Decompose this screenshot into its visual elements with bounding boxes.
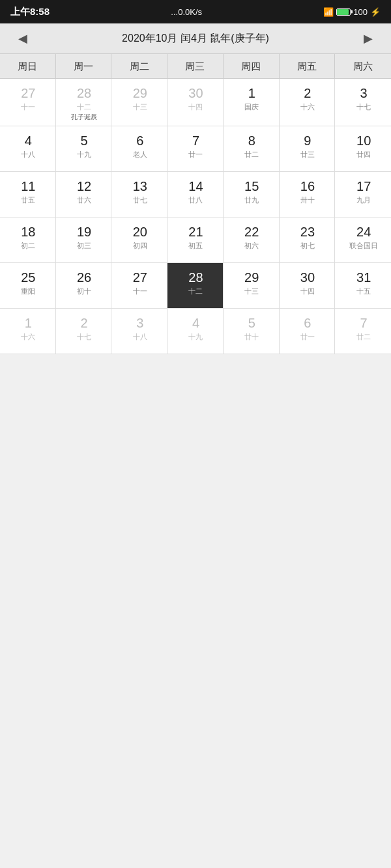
cal-cell[interactable]: 6老人 xyxy=(111,126,167,172)
day-lunar: 廿一 xyxy=(300,332,315,342)
cal-cell[interactable]: 3十七 xyxy=(335,79,391,126)
cal-cell[interactable]: 26初十 xyxy=(56,263,112,309)
cal-cell[interactable]: 5廿十 xyxy=(224,309,280,354)
day-lunar: 初四 xyxy=(133,241,147,251)
cal-cell[interactable]: 2十六 xyxy=(280,79,336,126)
cal-cell[interactable]: 4十九 xyxy=(167,309,224,354)
day-number: 6 xyxy=(304,315,311,331)
day-lunar: 廿二 xyxy=(244,150,259,160)
calendar-header: ◀ 2020年10月 闰4月 鼠年(庚子年) ▶ xyxy=(0,23,391,54)
cal-cell[interactable]: 30十四 xyxy=(167,79,224,126)
day-number: 21 xyxy=(188,224,203,240)
cal-cell[interactable]: 10廿四 xyxy=(335,126,391,172)
dow-cell-6: 周六 xyxy=(335,54,391,78)
cal-cell[interactable]: 7廿二 xyxy=(335,309,391,354)
day-lunar: 廿三 xyxy=(300,150,315,160)
day-lunar: 十七 xyxy=(77,332,91,342)
cal-cell[interactable]: 27十一 xyxy=(0,79,56,126)
day-number: 29 xyxy=(133,85,147,101)
status-right: 📶 100 ⚡ xyxy=(323,7,381,17)
cal-cell[interactable]: 1国庆 xyxy=(224,79,280,126)
day-lunar: 十九 xyxy=(77,150,91,160)
cal-cell[interactable]: 28十二 xyxy=(167,263,224,309)
dow-cell-0: 周日 xyxy=(0,54,56,78)
prev-month-button[interactable]: ◀ xyxy=(13,30,33,47)
cal-cell[interactable]: 1十六 xyxy=(0,309,56,354)
day-lunar: 初三 xyxy=(77,241,91,251)
day-lunar: 初二 xyxy=(21,241,35,251)
day-lunar: 初七 xyxy=(300,241,315,251)
cal-cell[interactable]: 27十一 xyxy=(111,263,167,309)
day-number: 15 xyxy=(244,178,259,194)
day-lunar: 十四 xyxy=(188,102,203,112)
cal-cell[interactable]: 18初二 xyxy=(0,217,56,263)
day-lunar: 十九 xyxy=(188,332,203,342)
cal-cell[interactable]: 28十二孔子诞辰 xyxy=(56,79,112,126)
day-number: 11 xyxy=(21,178,35,194)
day-lunar: 十三 xyxy=(133,102,147,112)
day-number: 4 xyxy=(192,315,199,331)
day-lunar: 十一 xyxy=(133,287,147,296)
day-number: 7 xyxy=(192,133,199,148)
cal-cell[interactable]: 17九月 xyxy=(335,172,391,217)
cal-cell[interactable]: 9廿三 xyxy=(280,126,336,172)
day-lunar: 十六 xyxy=(300,102,315,112)
day-lunar: 十八 xyxy=(21,150,35,160)
day-number: 6 xyxy=(136,133,143,148)
cal-cell[interactable]: 30十四 xyxy=(280,263,336,309)
day-number: 22 xyxy=(244,224,259,240)
dow-cell-2: 周二 xyxy=(111,54,167,78)
day-number: 20 xyxy=(133,224,147,240)
cal-cell[interactable]: 25重阳 xyxy=(0,263,56,309)
day-lunar: 老人 xyxy=(133,150,147,160)
day-number: 16 xyxy=(300,178,315,194)
cal-cell[interactable]: 29十三 xyxy=(111,79,167,126)
cal-cell[interactable]: 31十五 xyxy=(335,263,391,309)
bolt-icon: ⚡ xyxy=(370,7,381,17)
day-lunar: 廿四 xyxy=(356,150,371,160)
day-lunar: 廿九 xyxy=(244,195,259,205)
cal-cell[interactable]: 20初四 xyxy=(111,217,167,263)
wifi-icon: 📶 xyxy=(323,7,334,17)
day-lunar: 十五 xyxy=(356,287,371,296)
cal-cell[interactable]: 24联合国日 xyxy=(335,217,391,263)
day-lunar: 国庆 xyxy=(244,102,259,112)
cal-cell[interactable]: 12廿六 xyxy=(56,172,112,217)
next-month-button[interactable]: ▶ xyxy=(358,30,378,47)
cal-cell[interactable]: 5十九 xyxy=(56,126,112,172)
day-number: 18 xyxy=(21,224,35,240)
cal-cell[interactable]: 29十三 xyxy=(224,263,280,309)
empty-area xyxy=(0,354,391,771)
cal-cell[interactable]: 23初七 xyxy=(280,217,336,263)
day-number: 3 xyxy=(136,315,143,331)
cal-cell[interactable]: 15廿九 xyxy=(224,172,280,217)
cal-cell[interactable]: 14廿八 xyxy=(167,172,224,217)
cal-cell[interactable]: 6廿一 xyxy=(280,309,336,354)
day-lunar: 廿二 xyxy=(356,332,371,342)
day-number: 9 xyxy=(304,133,311,148)
day-lunar: 十八 xyxy=(133,332,147,342)
day-number: 5 xyxy=(81,133,88,148)
day-number: 30 xyxy=(188,85,203,101)
cal-cell[interactable]: 3十八 xyxy=(111,309,167,354)
status-bar: 上午8:58 ...0.0K/s 📶 100 ⚡ xyxy=(0,0,391,23)
day-lunar: 廿十 xyxy=(244,332,259,342)
day-number: 17 xyxy=(356,178,371,194)
day-number: 8 xyxy=(248,133,255,148)
day-lunar: 十四 xyxy=(300,287,315,296)
day-number: 23 xyxy=(300,224,315,240)
cal-cell[interactable]: 11廿五 xyxy=(0,172,56,217)
cal-cell[interactable]: 4十八 xyxy=(0,126,56,172)
cal-cell[interactable]: 7廿一 xyxy=(167,126,224,172)
day-number: 4 xyxy=(25,133,32,148)
dow-cell-5: 周五 xyxy=(280,54,336,78)
day-number: 29 xyxy=(244,270,259,285)
day-lunar: 廿八 xyxy=(188,195,203,205)
cal-cell[interactable]: 19初三 xyxy=(56,217,112,263)
cal-cell[interactable]: 21初五 xyxy=(167,217,224,263)
cal-cell[interactable]: 22初六 xyxy=(224,217,280,263)
cal-cell[interactable]: 8廿二 xyxy=(224,126,280,172)
cal-cell[interactable]: 13廿七 xyxy=(111,172,167,217)
cal-cell[interactable]: 16卅十 xyxy=(280,172,336,217)
cal-cell[interactable]: 2十七 xyxy=(56,309,112,354)
